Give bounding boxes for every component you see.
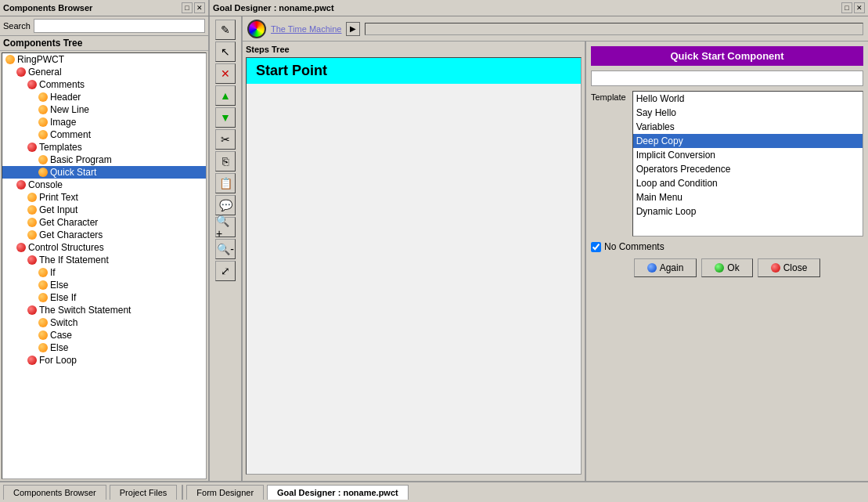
expand-icon[interactable]: ⤢ bbox=[215, 261, 236, 281]
tree-item-new-line[interactable]: New Line bbox=[2, 103, 206, 116]
bottom-tab-form-designer[interactable]: Form Designer bbox=[186, 485, 264, 500]
tree-item-get-character[interactable]: Get Character bbox=[2, 216, 206, 229]
tree-dot-if bbox=[38, 268, 48, 277]
settings-icon[interactable]: ✂ bbox=[215, 129, 236, 150]
tree-item-else-if[interactable]: Else If bbox=[2, 291, 206, 304]
tree-item-for-loop[interactable]: For Loop bbox=[2, 354, 206, 367]
template-label: Template bbox=[591, 91, 632, 102]
tree-dot-quick-start bbox=[38, 168, 48, 177]
start-point: Start Point bbox=[247, 58, 581, 84]
tree-label-case: Case bbox=[50, 330, 72, 341]
tree-dot-templates bbox=[27, 143, 37, 152]
design-toolbar: The Time Machine ▶ bbox=[243, 16, 868, 42]
tree-label-if: If bbox=[50, 267, 56, 278]
tree-label-new-line: New Line bbox=[50, 104, 89, 115]
tree-label-comments: Comments bbox=[39, 79, 85, 90]
tree-dot-console bbox=[16, 180, 26, 190]
copy-icon[interactable]: ⎘ bbox=[215, 151, 236, 172]
qs-item-implicit-conversion[interactable]: Implicit Conversion bbox=[633, 148, 863, 162]
no-comments-row: No Comments bbox=[591, 241, 863, 252]
paste-icon[interactable]: 📋 bbox=[215, 173, 236, 193]
tree-item-console[interactable]: Console bbox=[2, 179, 206, 191]
steps-panel: Steps Tree Start Point bbox=[243, 42, 586, 481]
tree-item-quick-start[interactable]: Quick Start bbox=[2, 166, 206, 179]
bottom-bar: Components BrowserProject Files Form Des… bbox=[0, 481, 868, 501]
qs-item-variables[interactable]: Variables bbox=[633, 120, 863, 134]
tree-item-image[interactable]: Image bbox=[2, 116, 206, 128]
no-comments-checkbox[interactable] bbox=[591, 242, 601, 252]
zoom-out-icon[interactable]: 🔍- bbox=[215, 239, 236, 259]
template-list[interactable]: Hello WorldSay HelloVariablesDeep CopyIm… bbox=[632, 91, 863, 237]
tree-item-if[interactable]: If bbox=[2, 266, 206, 279]
tree-item-the-if-statement[interactable]: The If Statement bbox=[2, 254, 206, 266]
tree-label-header: Header bbox=[50, 92, 81, 103]
tree-item-print-text[interactable]: Print Text bbox=[2, 191, 206, 204]
tree-item-else[interactable]: Else bbox=[2, 279, 206, 291]
tree-item-ringpwct[interactable]: RingPWCT bbox=[2, 53, 206, 66]
steps-title: Steps Tree bbox=[246, 45, 582, 54]
tree-dot-else-if bbox=[38, 293, 48, 302]
search-input[interactable] bbox=[34, 19, 205, 33]
tree-item-control-structures[interactable]: Control Structures bbox=[2, 241, 206, 254]
tree-dot-case bbox=[38, 330, 48, 340]
quick-start-title: Quick Start Component bbox=[591, 46, 863, 66]
no-comments-label: No Comments bbox=[604, 241, 665, 252]
left-close-btn[interactable]: ✕ bbox=[194, 2, 205, 13]
tree-label-switch: Switch bbox=[50, 317, 77, 328]
left-minimize-btn[interactable]: □ bbox=[182, 2, 193, 13]
bottom-tab-goal-designer[interactable]: Goal Designer : noname.pwct bbox=[267, 485, 409, 500]
quick-start-search[interactable] bbox=[591, 70, 863, 86]
up-icon[interactable]: ▲ bbox=[215, 85, 236, 106]
tree-label-for-loop: For Loop bbox=[39, 355, 77, 366]
cursor-icon[interactable]: ↖ bbox=[215, 42, 236, 62]
tree-item-basic-program[interactable]: Basic Program bbox=[2, 153, 206, 166]
qs-item-say-hello[interactable]: Say Hello bbox=[633, 106, 863, 120]
qs-item-loop-and-condition[interactable]: Loop and Condition bbox=[633, 176, 863, 190]
tree-item-comment[interactable]: Comment bbox=[2, 128, 206, 141]
qs-item-hello-world[interactable]: Hello World bbox=[633, 92, 863, 106]
tree-label-general: General bbox=[28, 67, 62, 78]
tree-item-header[interactable]: Header bbox=[2, 91, 206, 103]
progress-bar bbox=[365, 23, 863, 35]
left-window-title: Components Browser bbox=[3, 3, 92, 13]
comment-icon[interactable]: 💬 bbox=[215, 195, 236, 215]
tree-item-get-characters[interactable]: Get Characters bbox=[2, 229, 206, 241]
right-close-btn[interactable]: ✕ bbox=[854, 2, 865, 13]
tree-label-the-if-statement: The If Statement bbox=[39, 255, 109, 265]
left-tab-components-browser[interactable]: Components Browser bbox=[3, 485, 106, 500]
qs-item-operators-precedence[interactable]: Operators Precedence bbox=[633, 162, 863, 176]
ok-button[interactable]: Ok bbox=[701, 258, 752, 277]
zoom-in-icon[interactable]: 🔍+ bbox=[215, 217, 236, 237]
left-tab-project-files[interactable]: Project Files bbox=[110, 485, 178, 500]
tree-container: RingPWCTGeneralCommentsHeaderNew LineIma… bbox=[2, 52, 207, 479]
qs-item-main-menu[interactable]: Main Menu bbox=[633, 190, 863, 204]
tree-item-general[interactable]: General bbox=[2, 66, 206, 78]
tree-dot-new-line bbox=[38, 105, 48, 114]
qs-item-deep-copy[interactable]: Deep Copy bbox=[633, 134, 863, 148]
tree-item-the-switch-statement[interactable]: The Switch Statement bbox=[2, 304, 206, 316]
right-minimize-btn[interactable]: □ bbox=[841, 2, 852, 13]
edit-icon[interactable]: ✎ bbox=[215, 20, 236, 40]
play-button[interactable]: ▶ bbox=[346, 22, 360, 36]
right-window-title: Goal Designer : noname.pwct bbox=[213, 3, 334, 13]
tree-item-case[interactable]: Case bbox=[2, 329, 206, 341]
tree-dot-image bbox=[38, 117, 48, 127]
tree-label-get-character: Get Character bbox=[39, 217, 98, 228]
tree-label-comment: Comment bbox=[50, 129, 91, 140]
tree-item-comments[interactable]: Comments bbox=[2, 78, 206, 91]
tree-label-get-characters: Get Characters bbox=[39, 229, 103, 240]
tree-item-get-input[interactable]: Get Input bbox=[2, 204, 206, 216]
time-machine-tab[interactable]: The Time Machine bbox=[271, 24, 341, 34]
tree-item-else2[interactable]: Else bbox=[2, 341, 206, 354]
qs-item-dynamic-loop[interactable]: Dynamic Loop bbox=[633, 204, 863, 218]
close-label: Close bbox=[783, 262, 808, 273]
tree-item-switch[interactable]: Switch bbox=[2, 316, 206, 329]
down-icon[interactable]: ▼ bbox=[215, 107, 236, 128]
cancel-icon[interactable]: ✕ bbox=[215, 63, 236, 84]
tree-dot-the-if-statement bbox=[27, 255, 37, 265]
tree-item-templates[interactable]: Templates bbox=[2, 141, 206, 153]
close-button[interactable]: Close bbox=[758, 258, 821, 277]
tree-label-quick-start: Quick Start bbox=[50, 167, 96, 178]
tree-dot-general bbox=[16, 67, 26, 77]
again-button[interactable]: Again bbox=[634, 258, 697, 277]
